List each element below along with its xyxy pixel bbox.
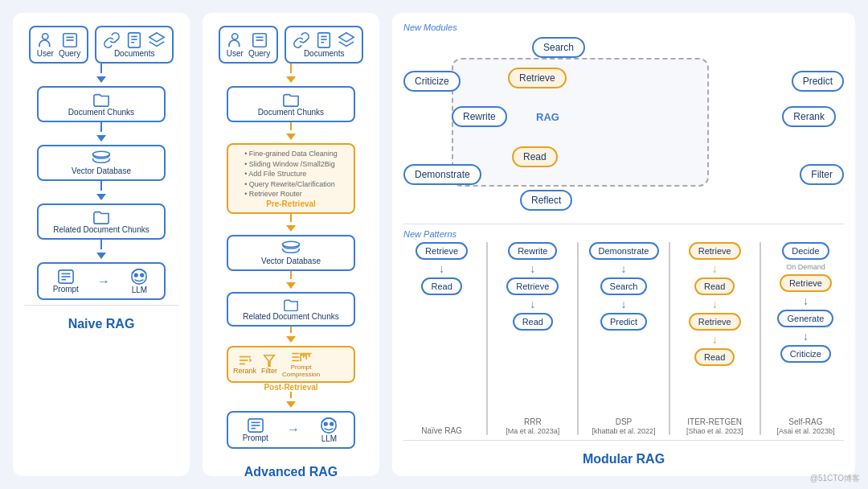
new-patterns-label: New Patterns bbox=[403, 229, 844, 239]
query-label: Query bbox=[59, 49, 80, 58]
arrow-3 bbox=[96, 181, 106, 203]
prompt-llm-naive: Prompt → LLM bbox=[37, 262, 166, 300]
rrr-arrow-2: ↓ bbox=[530, 298, 535, 310]
adv-prompt-label: Prompt bbox=[243, 434, 268, 442]
adv-arrow-2 bbox=[286, 122, 296, 143]
adv-doc-icon bbox=[315, 31, 333, 49]
adv-query-label: Query bbox=[248, 49, 270, 58]
module-filter: Filter bbox=[800, 164, 844, 185]
advanced-rag-title: Advanced RAG bbox=[244, 465, 338, 479]
pd2 bbox=[577, 242, 579, 435]
module-predict: Predict bbox=[792, 71, 844, 92]
advanced-rag-panel: User Query Documents Document Chunks bbox=[203, 13, 379, 476]
pattern-rrr: Rewrite ↓ Retrieve ↓ Read RRR[Ma et al. … bbox=[494, 242, 571, 435]
new-patterns-section: New Patterns Retrieve ↓ Read Naïve RAG R… bbox=[403, 229, 844, 435]
module-read: Read bbox=[512, 146, 558, 167]
adv-vector-db-box: Vector Database bbox=[227, 235, 355, 271]
pd1 bbox=[486, 242, 488, 435]
pre-retrieval-items: • Fine-grained Data Cleaning • Sliding W… bbox=[244, 149, 338, 199]
filter-icon bbox=[262, 354, 276, 367]
adv-folder-2 bbox=[282, 298, 300, 312]
iter-arrow-2: ↓ bbox=[712, 298, 718, 310]
svg-point-0 bbox=[43, 34, 48, 39]
iter-retgen-label: ITER-RETGEN[Shao et al. 2023] bbox=[686, 417, 743, 435]
svg-rect-4 bbox=[129, 33, 141, 47]
module-search: Search bbox=[532, 37, 585, 58]
self-arrow-1: ↓ bbox=[803, 295, 809, 306]
pattern-dsp: Demonstrate ↓ Search ↓ Predict DSP[khatt… bbox=[585, 242, 661, 435]
adv-link-icon bbox=[293, 31, 310, 49]
module-rewrite: Rewrite bbox=[452, 106, 507, 127]
folder-icon-1 bbox=[92, 92, 110, 108]
watermark: @51CTO博客 bbox=[810, 473, 860, 484]
new-modules-label: New Modules bbox=[403, 23, 844, 32]
adv-llm-label: LLM bbox=[321, 434, 337, 443]
prompt-label-naive: Prompt bbox=[53, 285, 79, 294]
self-retrieve-node: Retrieve bbox=[780, 274, 832, 292]
self-decide-node: Decide bbox=[782, 242, 829, 260]
pattern-self-rag: Decide On Demand Retrieve ↓ Generate ↓ C… bbox=[768, 242, 844, 435]
adv-prompt-icon bbox=[247, 417, 264, 434]
pre-retrieval-label: Pre-Retrieval bbox=[266, 199, 316, 208]
rrr-label: RRR[Ma et al. 2023a] bbox=[506, 417, 559, 435]
adv-arrow-1 bbox=[286, 64, 296, 86]
doc-icon bbox=[125, 31, 143, 49]
svg-point-26 bbox=[283, 241, 300, 247]
adv-input-row: User Query Documents bbox=[219, 26, 363, 64]
svg-marker-25 bbox=[339, 33, 354, 42]
related-chunks-label-naive: Related Document Chunks bbox=[53, 225, 149, 234]
svg-marker-30 bbox=[264, 355, 274, 366]
naive-retrieve-node: Retrieve bbox=[416, 242, 468, 260]
iter-retrieve-2: Retrieve bbox=[689, 313, 741, 331]
dsp-demonstrate-node: Demonstrate bbox=[589, 242, 659, 260]
modular-rag-panel: New Modules Search Criticize Predict bbox=[392, 13, 855, 476]
adv-llm-icon bbox=[318, 417, 339, 434]
self-arrow-2: ↓ bbox=[803, 331, 809, 342]
adv-stack-icon bbox=[338, 31, 355, 49]
module-pattern-divider bbox=[403, 224, 844, 224]
db-icon-1 bbox=[90, 150, 113, 166]
adv-prompt-llm: Prompt → LLM bbox=[227, 411, 355, 449]
adv-documents-box: Documents bbox=[285, 26, 363, 64]
user-icon bbox=[39, 31, 56, 49]
module-reflect: Reflect bbox=[520, 190, 572, 211]
compression-icon bbox=[290, 351, 313, 364]
dsp-predict-node: Predict bbox=[600, 313, 647, 331]
adv-folder-1 bbox=[282, 92, 300, 108]
self-rag-label: Self-RAG[Asai et al. 2023b] bbox=[776, 417, 834, 435]
folder-icon-2 bbox=[92, 209, 110, 225]
self-generate-node: Generate bbox=[777, 310, 833, 327]
adv-arrow-4 bbox=[286, 271, 296, 292]
module-retrieve: Retrieve bbox=[508, 68, 567, 88]
modular-divider bbox=[403, 440, 844, 441]
naive-rag-title: Naive RAG bbox=[68, 317, 135, 331]
doc-chunks-label-naive: Document Chunks bbox=[68, 108, 134, 117]
adv-documents-label: Documents bbox=[304, 49, 345, 58]
arrow-2 bbox=[96, 122, 106, 145]
iter-read-2: Read bbox=[694, 348, 735, 366]
adv-db-icon bbox=[280, 240, 302, 257]
documents-label: Documents bbox=[114, 49, 155, 58]
modular-rag-title: Modular RAG bbox=[403, 452, 844, 466]
prompt-icon-naive bbox=[57, 269, 75, 285]
rrr-read-node: Read bbox=[513, 313, 553, 331]
naive-rag-pattern-label: Naïve RAG bbox=[421, 426, 462, 435]
pd4 bbox=[760, 242, 761, 435]
patterns-grid: Retrieve ↓ Read Naïve RAG Rewrite ↓ Retr… bbox=[403, 242, 844, 435]
dsp-search-node: Search bbox=[600, 277, 648, 295]
svg-point-17 bbox=[232, 34, 238, 39]
pd3 bbox=[669, 242, 670, 435]
rrr-retrieve-node: Retrieve bbox=[506, 277, 559, 295]
svg-point-16 bbox=[141, 273, 144, 277]
post-retrieval-label: Post-Retrieval bbox=[264, 383, 317, 392]
naive-arrow-1: ↓ bbox=[439, 263, 444, 274]
dsp-arrow-2: ↓ bbox=[621, 298, 627, 310]
iter-read-1: Read bbox=[694, 277, 735, 295]
module-rerank: Rerank bbox=[782, 106, 836, 127]
self-criticize-node: Criticize bbox=[780, 345, 831, 363]
pre-retrieval-box: • Fine-grained Data Cleaning • Sliding W… bbox=[227, 143, 355, 214]
vector-db-box-naive: Vector Database bbox=[37, 145, 166, 181]
adv-doc-chunks-label: Document Chunks bbox=[258, 108, 324, 117]
adv-user-query-box: User Query bbox=[219, 26, 278, 64]
llm-label-naive: LLM bbox=[132, 286, 147, 294]
